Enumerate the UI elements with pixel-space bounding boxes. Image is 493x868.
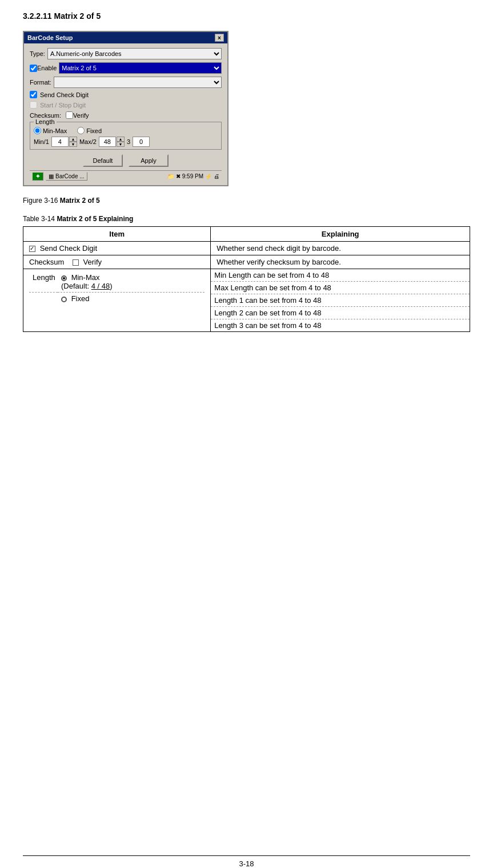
default-button[interactable]: Default (83, 154, 123, 167)
min1-input[interactable] (51, 137, 69, 147)
table-caption-prefix: Table 3-14 (23, 215, 57, 223)
taskbar-time: 9:59 PM (182, 173, 203, 179)
start-stop-checkbox[interactable] (30, 101, 37, 109)
send-check-digit-row: Send Check Digit (30, 91, 222, 98)
min1-spinbox[interactable]: ▲ ▼ (51, 137, 77, 147)
format-label: Format: (30, 79, 51, 86)
enable-row: Enable Matrix 2 of 5 (30, 62, 222, 74)
checksum-label: Checksum: (30, 112, 61, 119)
enable-checkbox[interactable] (30, 65, 37, 72)
dialog-screenshot: BarCode Setup × Type: A.Numeric-only Bar… (23, 31, 470, 186)
length-exp-row-1: Min Length can be set from 4 to 48 (211, 269, 470, 282)
verify-label: Verify (73, 112, 89, 119)
start-stop-row: Start / Stop Digit (30, 101, 222, 109)
length-right-table: Min Length can be set from 4 to 48 Max L… (211, 269, 470, 331)
minmax-label: Min-Max (71, 273, 100, 282)
barcode-taskbar-label: BarCode ... (55, 173, 85, 179)
dialog-buttons: Default Apply (30, 154, 222, 167)
figure-caption-prefix: Figure 3-16 (23, 197, 60, 205)
dialog-body: Type: A.Numeric-only Barcodes Enable Mat… (24, 43, 227, 185)
length-label: Length (33, 273, 55, 282)
length-explaining-cell: Min Length can be set from 4 to 48 Max L… (211, 269, 470, 332)
col-explaining-header: Explaining (211, 227, 470, 242)
enable-select[interactable]: Matrix 2 of 5 (59, 62, 222, 74)
table-row-length: Length Min-Max (Default: 4 / 48) (23, 269, 470, 332)
fixed-radio[interactable] (77, 127, 85, 134)
barcode-taskbar-btn[interactable]: ▦ BarCode ... (46, 172, 87, 181)
length-exp-4: Length 2 can be set from 4 to 48 (211, 307, 470, 319)
length-item-cell: Length Min-Max (Default: 4 / 48) (23, 269, 211, 332)
start-button[interactable]: ✦ (32, 172, 43, 181)
start-icon: ✦ (35, 173, 40, 179)
min1-label: Min/1 (34, 138, 49, 145)
field4-input[interactable] (133, 137, 150, 147)
field3-label: 3 (127, 138, 130, 145)
taskbar-icons: 📁 ✖ 9:59 PM ⚡ 🖨 (167, 173, 219, 179)
checksum-text: Checksum (29, 258, 64, 266)
table-row-send-check-digit: Send Check Digit Whether send check digi… (23, 242, 470, 255)
length-exp-2: Max Length can be set from 4 to 48 (211, 282, 470, 294)
length-label-cell: Length (29, 271, 58, 293)
page-heading: 3.2.2.11 Matrix 2 of 5 (23, 11, 470, 21)
send-check-digit-explaining-cell: Whether send check digit by barcode. (211, 242, 470, 255)
max2-down-btn[interactable]: ▼ (117, 142, 125, 147)
figure-caption-bold: Matrix 2 of 5 (60, 197, 100, 205)
checksum-explaining-cell: Whether verify checksum by barcode. (211, 255, 470, 269)
col-item-header: Item (23, 227, 211, 242)
max2-label: Max/2 (79, 138, 97, 145)
max2-spinbox[interactable]: ▲ ▼ (99, 137, 125, 147)
settings-icon: ✖ (176, 173, 181, 179)
apply-button[interactable]: Apply (129, 154, 169, 167)
taskbar: ✦ ▦ BarCode ... 📁 ✖ 9:59 PM ⚡ 🖨 (30, 170, 222, 182)
length-exp-row-2: Max Length can be set from 4 to 48 (211, 282, 470, 294)
dialog-titlebar: BarCode Setup × (24, 32, 227, 43)
max2-up-btn[interactable]: ▲ (117, 137, 125, 142)
barcode-icon: ▦ (49, 173, 54, 179)
send-check-digit-item-cell: Send Check Digit (23, 242, 211, 255)
max2-input[interactable] (99, 137, 116, 147)
format-select[interactable] (54, 77, 222, 88)
min1-down-btn[interactable]: ▼ (69, 142, 77, 147)
minmax-inputs-row: Min/1 ▲ ▼ Max/2 ▲ (34, 137, 218, 147)
close-button[interactable]: × (215, 34, 224, 42)
length-spacer-cell (29, 293, 58, 305)
fixed-cell: Fixed (58, 293, 205, 305)
table-row-checksum: Checksum Verify Whether verify checksum … (23, 255, 470, 269)
dialog-title: BarCode Setup (27, 34, 73, 41)
type-select[interactable]: A.Numeric-only Barcodes (47, 48, 222, 59)
length-exp-3: Length 1 can be set from 4 to 48 (211, 294, 470, 307)
verify-text: Verify (83, 258, 102, 266)
length-exp-5: Length 3 can be set from 4 to 48 (211, 319, 470, 332)
type-row: Type: A.Numeric-only Barcodes (30, 48, 222, 59)
length-group: Length Min-Max Fixed Min/1 (30, 122, 222, 150)
fixed-label: Fixed (71, 294, 90, 303)
verify-checkbox[interactable] (66, 111, 73, 119)
figure-caption: Figure 3-16 Matrix 2 of 5 (23, 197, 470, 205)
length-legend: Length (34, 118, 57, 125)
length-exp-row-5: Length 3 can be set from 4 to 48 (211, 319, 470, 332)
fixed-radio-label[interactable]: Fixed (77, 127, 102, 134)
footer-page-number: 3-18 (239, 859, 254, 868)
length-exp-row-4: Length 2 can be set from 4 to 48 (211, 307, 470, 319)
length-fixed-row2: Fixed (29, 293, 205, 305)
length-inner-table: Length Min-Max (Default: 4 / 48) (29, 271, 205, 305)
min1-up-btn[interactable]: ▲ (69, 137, 77, 142)
max2-spin-buttons[interactable]: ▲ ▼ (117, 137, 125, 147)
checksum-item-cell: Checksum Verify (23, 255, 211, 269)
minmax-radio[interactable] (34, 127, 41, 134)
format-row: Format: (30, 77, 222, 88)
explain-table: Item Explaining Send Check Digit Whether… (23, 226, 470, 332)
minmax-cell: Min-Max (Default: 4 / 48) (58, 271, 205, 293)
table-caption-bold: Matrix 2 of 5 Explaining (57, 215, 133, 223)
fixed-radio-icon (61, 297, 67, 302)
send-check-digit-icon (29, 246, 35, 252)
checksum-row: Checksum: Verify (30, 111, 222, 119)
length-exp-row-3: Length 1 can be set from 4 to 48 (211, 294, 470, 307)
print-icon: 🖨 (214, 173, 219, 179)
barcode-setup-dialog[interactable]: BarCode Setup × Type: A.Numeric-only Bar… (23, 31, 229, 186)
min1-spin-buttons[interactable]: ▲ ▼ (69, 137, 77, 147)
minmax-radio-label[interactable]: Min-Max (34, 127, 67, 134)
sync-icon: ⚡ (205, 173, 212, 179)
verify-icon (73, 259, 79, 266)
send-check-digit-checkbox[interactable] (30, 91, 37, 98)
